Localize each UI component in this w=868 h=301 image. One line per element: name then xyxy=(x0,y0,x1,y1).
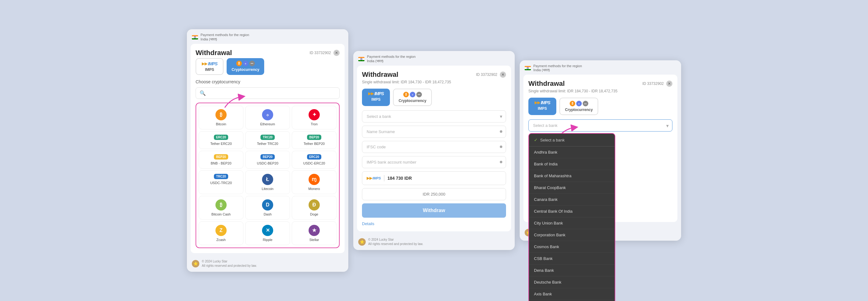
withdrawal-id-2: ID 33732902 xyxy=(476,73,497,77)
crypto-item-monero[interactable]: ɱMonero xyxy=(292,170,337,194)
crypto-item-doge[interactable]: ÐDoge xyxy=(292,196,337,220)
tab-crypto-label-1: Cryptocurrency xyxy=(231,67,259,72)
crypto-item-ripple[interactable]: ✕Ripple xyxy=(245,221,290,245)
tab-crypto-label-3: Cryptocurrency xyxy=(565,108,593,112)
crypto-badge-erc20: ERC20 xyxy=(214,135,228,140)
panel-3-content: Withdrawal ID 33732902 ✕ Single withdraw… xyxy=(523,75,677,222)
region-label-2: Payment methods for the region xyxy=(367,55,416,59)
search-input[interactable] xyxy=(208,91,336,95)
crypto-name: Dash xyxy=(264,212,272,216)
crypto-icon-bitcoin: ₿ xyxy=(215,109,227,120)
withdrawal-title-3: Withdrawal xyxy=(528,80,565,88)
region-label-3: Payment methods for the region xyxy=(533,64,582,68)
tab-imps-3[interactable]: ▶▶ IMPS IMPS xyxy=(528,98,556,115)
imps-logo: ▶▶ IMPS xyxy=(202,61,217,66)
tab-imps-1[interactable]: ▶▶ IMPS IMPS xyxy=(195,58,223,75)
crypto-item-usdc-trc20[interactable]: TRC20USDC-TRC20 xyxy=(199,170,243,194)
panel-bank-dropdown: Payment methods for the region India (भा… xyxy=(520,60,681,241)
crypto-tab-icons-2: ₿ ⬦ ••• xyxy=(403,92,422,97)
bank-list-item[interactable]: Andhra Bank xyxy=(529,146,615,158)
crypto-name: Stellar xyxy=(309,238,319,242)
crypto-item-bitcoin[interactable]: ₿Bitcoin xyxy=(199,106,243,129)
india-flag-2 xyxy=(358,57,365,61)
crypto-icon-monero: ɱ xyxy=(309,174,320,185)
idr-input[interactable] xyxy=(362,188,506,200)
withdraw-button[interactable]: Withdraw xyxy=(362,203,506,218)
crypto-name: Monero xyxy=(308,187,320,191)
crypto-name: Tether BEP20 xyxy=(304,142,325,145)
crypto-item-dash[interactable]: DDash xyxy=(245,196,290,220)
bank-list-item[interactable]: Axis Bank xyxy=(529,288,615,300)
withdrawal-header-1: Withdrawal ID 33732902 ✕ xyxy=(195,49,340,57)
bank-select-wrapper-3: Select a bank ▾ ✓ Select a bank Andhra B… xyxy=(528,119,673,132)
crypto-name: BNB - BEP20 xyxy=(211,161,231,165)
account-input[interactable] xyxy=(362,156,506,168)
close-button-3[interactable]: ✕ xyxy=(666,81,673,87)
tab-crypto-1[interactable]: ₿ ⬦ ••• Cryptocurrency xyxy=(227,58,264,75)
bank-list-item[interactable]: Bank of India xyxy=(529,158,615,170)
tab-crypto-2[interactable]: ₿ ⬦ ••• Cryptocurrency xyxy=(393,89,432,106)
bank-list-item[interactable]: Dena Bank xyxy=(529,265,615,276)
dropdown-selected-item: ✓ Select a bank xyxy=(529,134,615,146)
name-input[interactable] xyxy=(362,126,506,138)
crypto-item-tron[interactable]: ✦Tron xyxy=(292,106,337,129)
crypto-icon-tron: ✦ xyxy=(309,109,320,120)
panel-1-footer: ⭐ © 2024 Lucky Star All rights reserved … xyxy=(187,257,348,272)
tab-crypto-label-2: Cryptocurrency xyxy=(399,99,426,103)
tab-crypto-3[interactable]: ₿ ⬦ ••• Cryptocurrency xyxy=(559,98,598,115)
bank-list-item[interactable]: CSB Bank xyxy=(529,253,615,265)
bank-select-open[interactable]: Select a bank xyxy=(528,119,673,132)
crypto-item-tether-bep20[interactable]: BEP20Tether BEP20 xyxy=(292,131,337,149)
crypto-icon-zcash: Z xyxy=(215,225,227,236)
close-button-1[interactable]: ✕ xyxy=(333,50,340,56)
required-dot xyxy=(500,130,502,133)
imps-logo-3: ▶▶ IMPS xyxy=(535,100,550,105)
choose-title: Choose cryptocurrency xyxy=(195,79,340,84)
crypto-item-bnb---bep20[interactable]: BEP20BNB - BEP20 xyxy=(199,151,243,168)
region-country-3: India (भारत) xyxy=(533,68,582,72)
crypto-icon-ethereum: ⬦ xyxy=(262,109,273,120)
tab-imps-2[interactable]: ▶▶ IMPS IMPS xyxy=(362,89,390,106)
crypto-item-stellar[interactable]: ★Stellar xyxy=(292,221,337,245)
search-icon: 🔍 xyxy=(199,90,206,96)
bank-list-item[interactable]: Corporation Bank xyxy=(529,229,615,241)
crypto-icon-stellar: ★ xyxy=(309,225,320,236)
panel-1-content: Withdrawal ID 33732902 ✕ ▶▶ IMPS IMPS ₿ … xyxy=(191,44,345,253)
crypto-grid-wrapper: ₿Bitcoin⬦Ethereum✦TronERC20Tether ERC20T… xyxy=(195,103,340,248)
ifsc-input[interactable] xyxy=(362,141,506,153)
bank-list-item[interactable]: Bharat CoopBank xyxy=(529,182,615,194)
crypto-name: USDC-TRC20 xyxy=(210,181,232,185)
crypto-item-ethereum[interactable]: ⬦Ethereum xyxy=(245,106,290,129)
bank-list-item[interactable]: Canara Bank xyxy=(529,194,615,206)
bank-dropdown: ✓ Select a bank Andhra BankBank of India… xyxy=(528,133,615,301)
crypto-item-tether-trc20[interactable]: TRC20Tether TRC20 xyxy=(245,131,290,149)
amount-divider xyxy=(384,175,384,181)
crypto-item-usdc-erc20[interactable]: ERC20USDC-ERC20 xyxy=(292,151,337,168)
search-box[interactable]: 🔍 xyxy=(195,87,340,99)
crypto-icon-dash: D xyxy=(262,199,273,211)
crypto-name: Bitcoin xyxy=(216,122,226,126)
bank-list-item[interactable]: Central Bank Of India xyxy=(529,206,615,217)
bank-list-item[interactable]: Bank of Maharashtra xyxy=(529,170,615,182)
bank-list-item[interactable]: Deutsche Bank xyxy=(529,276,615,288)
panel-2-content: Withdrawal ID 33732902 ✕ Single withdraw… xyxy=(357,65,511,231)
crypto-item-zcash[interactable]: ZZcash xyxy=(199,221,243,245)
crypto-item-usdc-bep20[interactable]: BEP20USDC-BEP20 xyxy=(245,151,290,168)
region-info-2: Payment methods for the region India (भा… xyxy=(367,55,416,63)
btc-icon: ₿ xyxy=(236,61,242,66)
tab-imps-label-2: IMPS xyxy=(371,97,380,102)
crypto-item-tether-erc20[interactable]: ERC20Tether ERC20 xyxy=(199,131,243,149)
panel-1-header: Payment methods for the region India (भा… xyxy=(187,29,348,44)
tab-imps-label-1: IMPS xyxy=(205,67,214,72)
btc-icon-3: ₿ xyxy=(570,101,575,106)
crypto-name: USDC-BEP20 xyxy=(257,161,278,165)
crypto-item-bitcoin-cash[interactable]: ₿Bitcoin Cash xyxy=(199,196,243,220)
crypto-item-litecoin[interactable]: ŁLitecoin xyxy=(245,170,290,194)
crypto-badge-trc20: TRC20 xyxy=(260,135,275,140)
close-button-2[interactable]: ✕ xyxy=(500,72,506,78)
details-link[interactable]: Details xyxy=(362,221,374,226)
withdrawal-title-2: Withdrawal xyxy=(362,71,398,79)
bank-select[interactable]: Select a bank xyxy=(362,110,506,122)
bank-list-item[interactable]: City Union Bank xyxy=(529,217,615,229)
bank-list-item[interactable]: Cosmos Bank xyxy=(529,241,615,253)
